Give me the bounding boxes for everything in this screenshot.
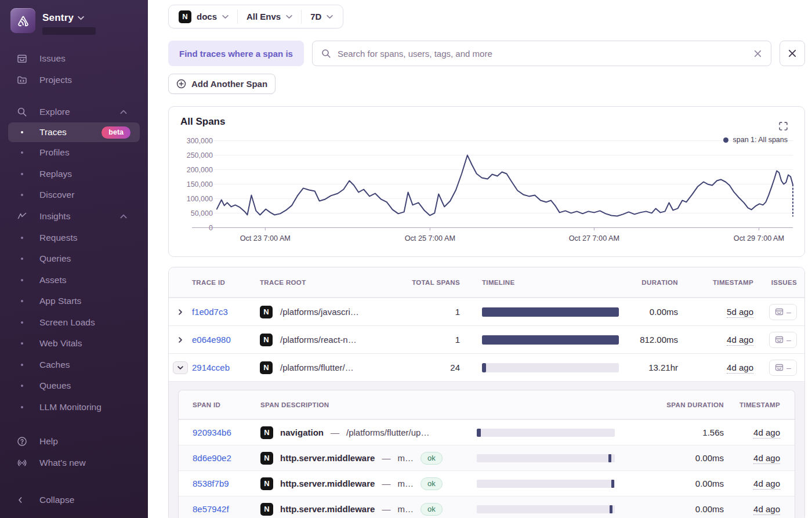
span-description-text: m… [397, 453, 414, 463]
project-selector[interactable]: N docs [170, 10, 237, 24]
svg-text:Oct 25 7:00 AM: Oct 25 7:00 AM [405, 234, 455, 242]
nextjs-platform-icon: N [260, 503, 273, 516]
trace-id-link[interactable]: f1e0d7c3 [192, 307, 228, 317]
span-id-link[interactable]: 8e57942f [193, 504, 229, 514]
sidebar-item-traces[interactable]: Traces beta [8, 122, 140, 142]
span-search-input[interactable] [338, 49, 747, 59]
page-filter-bar: N docs All Envs 7D [168, 5, 343, 28]
sidebar-section-explore[interactable]: Explore [0, 101, 148, 122]
sentry-logo-icon [16, 13, 31, 28]
bullet-dot [21, 321, 23, 324]
expand-row-button[interactable] [177, 336, 184, 343]
sidebar-item-help[interactable]: Help [0, 430, 148, 452]
bullet-dot [21, 342, 23, 345]
expand-row-button[interactable] [177, 309, 184, 316]
span-id-link[interactable]: 920934b6 [193, 428, 231, 437]
project-selector-value: docs [197, 12, 217, 21]
add-another-span-button[interactable]: Add Another Span [168, 74, 276, 94]
span-duration-value: 1.56s [615, 428, 724, 437]
issues-button[interactable]: – [769, 332, 797, 348]
trace-id-link[interactable]: 2914cceb [192, 363, 230, 372]
sidebar-item-label: Traces [39, 127, 67, 137]
close-icon [788, 49, 797, 58]
brand: Sentry [10, 8, 96, 35]
sidebar-item-label: Replays [39, 169, 72, 179]
timeline-bar [482, 307, 619, 317]
col-duration: DURATION [619, 279, 678, 286]
timestamp-value[interactable]: 4d ago [727, 363, 753, 374]
issues-icon [775, 307, 784, 316]
col-span-duration: SPAN DURATION [615, 401, 724, 408]
sidebar-item-assets[interactable]: Assets [0, 270, 148, 291]
sidebar-item-queries[interactable]: Queries [0, 248, 148, 270]
clear-search-icon[interactable] [753, 49, 762, 58]
sidebar-item-web-vitals[interactable]: Web Vitals [0, 333, 148, 354]
sidebar-item-app-starts[interactable]: App Starts [0, 291, 148, 312]
find-traces-button[interactable]: Find traces where a span is [168, 41, 304, 66]
chevron-up-icon [120, 110, 127, 114]
nextjs-platform-icon: N [260, 334, 273, 346]
collapse-button[interactable]: Collapse [0, 489, 148, 510]
chart-legend[interactable]: span 1: All spans [723, 136, 788, 144]
sidebar-item-screen-loads[interactable]: Screen Loads [0, 312, 148, 334]
sidebar-item-caches[interactable]: Caches [0, 354, 148, 376]
fullscreen-icon[interactable] [779, 122, 788, 131]
sidebar-item-label: App Starts [39, 296, 81, 306]
legend-label: span 1: All spans [733, 136, 788, 144]
total-spans-value: 1 [407, 307, 460, 317]
sidebar-item-requests[interactable]: Requests [0, 227, 148, 249]
span-id-link[interactable]: 8538f7b9 [193, 479, 229, 488]
svg-text:250,000: 250,000 [187, 151, 213, 160]
sidebar-item-discover[interactable]: Discover [0, 184, 148, 206]
span-timestamp-value[interactable]: 4d ago [753, 479, 780, 490]
bullet-dot [21, 258, 23, 260]
col-trace-id: TRACE ID [192, 279, 254, 286]
svg-text:300,000: 300,000 [187, 137, 213, 145]
duration-value: 0.00ms [619, 307, 678, 317]
sidebar-item-replays[interactable]: Replays [0, 164, 148, 185]
span-query-row: Find traces where a span is [168, 41, 805, 66]
sidebar-section-insights[interactable]: Insights [0, 206, 148, 227]
main-content: N docs All Envs 7D Find traces where a s… [148, 0, 812, 518]
sidebar-item-label: Profiles [39, 147, 70, 158]
issues-button[interactable]: – [769, 360, 797, 376]
sidebar-item-label: Help [39, 436, 58, 447]
sidebar-item-projects[interactable]: Projects [0, 69, 148, 90]
search-icon [321, 49, 331, 59]
status-badge: ok [420, 477, 443, 490]
sidebar-item-label: Queues [39, 381, 71, 391]
col-span-description: SPAN DESCRIPTION [248, 401, 477, 408]
sidebar-item-profiles[interactable]: Profiles [0, 142, 148, 164]
date-range-selector[interactable]: 7D [301, 10, 342, 24]
add-another-span-label: Add Another Span [191, 79, 267, 89]
bullet-dot [21, 151, 23, 154]
chevron-down-icon [222, 15, 229, 19]
bullet-dot [21, 131, 23, 133]
svg-text:Oct 23 7:00 AM: Oct 23 7:00 AM [240, 234, 291, 242]
add-span-row: Add Another Span [168, 74, 805, 94]
timestamp-value[interactable]: 5d ago [727, 307, 753, 318]
collapse-row-button[interactable] [173, 361, 188, 374]
chevron-up-icon [120, 214, 127, 219]
all-spans-chart-svg[interactable]: 300,000250,000200,000150,000100,00050,00… [169, 107, 804, 256]
sidebar-item-queues[interactable]: Queues [0, 375, 148, 397]
sentry-logo[interactable] [10, 8, 35, 33]
issues-icon [16, 53, 28, 64]
timeline-bar [482, 335, 619, 345]
span-op: navigation [280, 428, 324, 437]
org-switcher[interactable]: Sentry [42, 12, 96, 24]
span-timestamp-value[interactable]: 4d ago [753, 453, 780, 464]
issues-button[interactable]: – [769, 304, 797, 320]
environment-selector[interactable]: All Envs [237, 10, 301, 24]
projects-icon [16, 74, 28, 86]
span-timestamp-value[interactable]: 4d ago [753, 504, 780, 515]
trace-id-link[interactable]: e064e980 [192, 335, 231, 345]
timestamp-value[interactable]: 4d ago [727, 335, 753, 346]
sidebar-item-llm-monitoring[interactable]: LLM Monitoring [0, 397, 148, 418]
sidebar-item-whats-new[interactable]: What's new [0, 452, 148, 473]
remove-span-filter-button[interactable] [780, 41, 805, 66]
span-id-link[interactable]: 8d6e90e2 [193, 453, 231, 463]
table-row: f1e0d7c3 N /platforms/javascri… 1 0.00ms… [169, 298, 804, 325]
span-timestamp-value[interactable]: 4d ago [753, 428, 780, 439]
sidebar-item-issues[interactable]: Issues [0, 48, 148, 69]
